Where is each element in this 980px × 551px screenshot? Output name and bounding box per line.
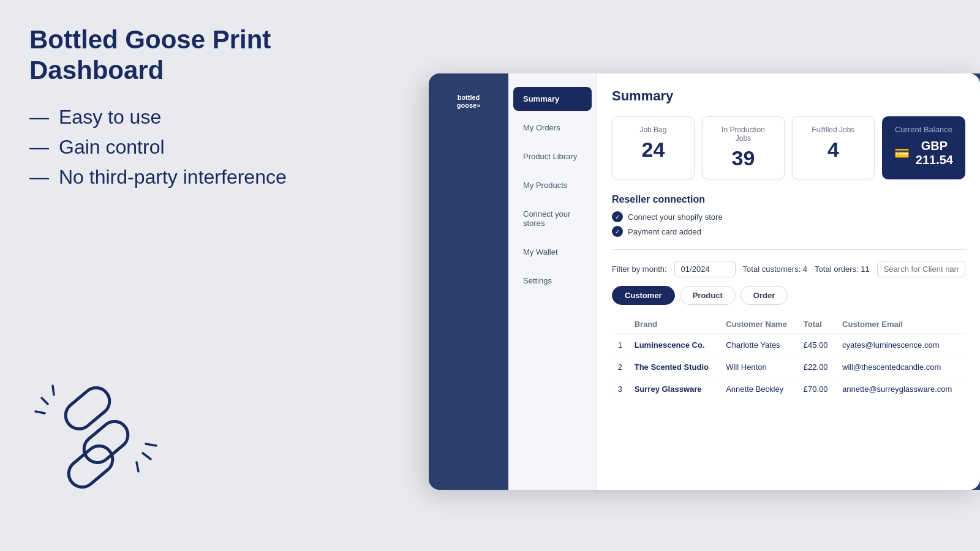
stat-card-in-production: In Production Jobs 39 [702, 116, 785, 179]
balance-row: 💳 GBP 211.54 [894, 139, 953, 167]
fulfilled-value: 4 [805, 138, 862, 162]
nav-item-connect-stores[interactable]: Connect your stores [513, 202, 592, 235]
balance-label: Current Balance [894, 125, 953, 134]
col-header-email: Customer Email [836, 315, 965, 334]
col-header-brand: Brand [628, 315, 720, 334]
reseller-title: Reseller connection [612, 194, 965, 205]
bullet-item-2: Gain control [29, 136, 409, 159]
left-section: Bottled Goose Print Dashboard Easy to us… [29, 24, 409, 213]
filter-row: Filter by month: Total customers: 4 Tota… [612, 261, 965, 277]
svg-line-2 [53, 386, 54, 395]
bullet-list: Easy to use Gain control No third-party … [29, 106, 409, 189]
dashboard-frame: bottled goose» Summary My Orders Product… [429, 73, 980, 490]
inner-sidebar: Summary My Orders Product Library My Pro… [508, 73, 597, 490]
row-num-1: 2 [612, 356, 628, 378]
table-row: 3 Surrey Glassware Annette Beckley £70.0… [612, 378, 965, 400]
row-total-0: £45.00 [797, 334, 836, 356]
wallet-icon: 💳 [894, 146, 910, 160]
row-customer-0: Charlotte Yates [720, 334, 797, 356]
row-brand-0: Luminescence Co. [628, 334, 720, 356]
table-row: 1 Luminescence Co. Charlotte Yates £45.0… [612, 334, 965, 356]
col-header-num [612, 315, 628, 334]
balance-amount: GBP 211.54 [916, 139, 953, 167]
sidebar: bottled goose» [429, 73, 508, 490]
divider [612, 249, 965, 250]
svg-line-4 [146, 444, 156, 446]
row-brand-2: Surrey Glassware [628, 378, 720, 400]
job-bag-value: 24 [625, 138, 682, 162]
row-total-1: £22.00 [797, 356, 836, 378]
data-table: Brand Customer Name Total Customer Email… [612, 315, 965, 400]
main-content: Summary My Orders Product Library My Pro… [508, 73, 980, 490]
svg-rect-7 [78, 416, 134, 468]
filter-by-month-label: Filter by month: [612, 264, 667, 274]
col-header-total: Total [797, 315, 836, 334]
in-production-label: In Production Jobs [715, 126, 772, 143]
filter-buttons: Customer Product Order [612, 286, 965, 305]
check-label-2: Payment card added [628, 227, 701, 236]
nav-item-settings[interactable]: Settings [513, 269, 592, 293]
logo-text: bottled goose» [457, 94, 481, 110]
total-customers-stat: Total customers: 4 [743, 264, 808, 274]
table-row: 2 The Scented Studio Will Henton £22.00 … [612, 356, 965, 378]
logo-area: bottled goose» [441, 83, 496, 120]
svg-rect-6 [60, 382, 115, 434]
filter-btn-order[interactable]: Order [741, 286, 788, 305]
stat-card-balance: Current Balance 💳 GBP 211.54 [882, 116, 965, 179]
svg-line-3 [143, 453, 151, 459]
svg-line-1 [36, 411, 45, 413]
nav-item-my-products[interactable]: My Products [513, 173, 592, 197]
row-num-0: 1 [612, 334, 628, 356]
reseller-section: Reseller connection ✓ Connect your shopi… [612, 194, 965, 237]
stat-card-job-bag: Job Bag 24 [612, 116, 695, 179]
fulfilled-label: Fulfilled Jobs [805, 126, 862, 134]
nav-item-my-wallet[interactable]: My Wallet [513, 240, 592, 264]
check-label-1: Connect your shopify store [628, 212, 723, 222]
table-header-row: Brand Customer Name Total Customer Email [612, 315, 965, 334]
row-email-2: annette@surreyglassware.com [836, 378, 965, 400]
chain-icon-area [29, 367, 164, 502]
chain-icon [29, 367, 164, 502]
bullet-item-3: No third-party interference [29, 166, 409, 189]
nav-item-orders[interactable]: My Orders [513, 116, 592, 140]
stat-card-fulfilled: Fulfilled Jobs 4 [792, 116, 875, 179]
row-brand-1: The Scented Studio [628, 356, 720, 378]
col-header-customer-name: Customer Name [720, 315, 797, 334]
in-production-value: 39 [715, 146, 772, 170]
svg-line-5 [137, 462, 138, 471]
job-bag-label: Job Bag [625, 126, 682, 134]
row-email-1: will@thescentedcandle.com [836, 356, 965, 378]
nav-item-summary[interactable]: Summary [513, 87, 592, 111]
row-total-2: £70.00 [797, 378, 836, 400]
bullet-item-1: Easy to use [29, 106, 409, 129]
check-circle-1: ✓ [612, 211, 623, 222]
check-item-shopify: ✓ Connect your shopify store [612, 211, 965, 222]
svg-rect-8 [63, 440, 118, 492]
filter-btn-customer[interactable]: Customer [612, 286, 675, 305]
section-title: Summary [612, 88, 965, 104]
row-customer-2: Annette Beckley [720, 378, 797, 400]
main-title: Bottled Goose Print Dashboard [29, 24, 409, 86]
row-num-2: 3 [612, 378, 628, 400]
stats-row: Job Bag 24 In Production Jobs 39 Fulfill… [612, 116, 965, 179]
client-search-input[interactable] [877, 261, 965, 277]
row-customer-1: Will Henton [720, 356, 797, 378]
filter-btn-product[interactable]: Product [680, 286, 736, 305]
total-orders-stat: Total orders: 11 [815, 264, 870, 274]
row-email-0: cyates@luminescence.com [836, 334, 965, 356]
month-input[interactable] [674, 261, 736, 277]
check-circle-2: ✓ [612, 226, 623, 237]
svg-line-0 [42, 398, 48, 404]
dashboard-main: Summary Job Bag 24 In Production Jobs 39… [597, 73, 980, 490]
nav-item-product-library[interactable]: Product Library [513, 144, 592, 168]
check-item-payment: ✓ Payment card added [612, 226, 965, 237]
